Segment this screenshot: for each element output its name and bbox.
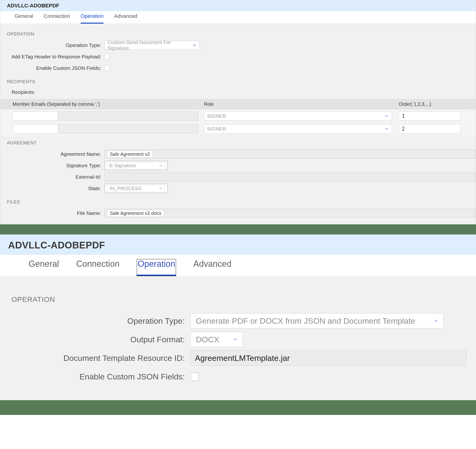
separator-bar bbox=[0, 224, 476, 234]
col-role: Role bbox=[200, 102, 395, 107]
role-select[interactable]: SIGNER bbox=[204, 111, 392, 121]
enable-json-label: Enable Custom JSON Fields: bbox=[0, 372, 190, 381]
col-order: Order( 1,2,3,...) bbox=[395, 102, 476, 107]
external-id-field[interactable] bbox=[104, 173, 476, 182]
tab-connection[interactable]: Connection bbox=[44, 13, 70, 23]
col-emails: Member Emails (Separated by comma ',') bbox=[0, 102, 200, 107]
operation-type-select[interactable]: Generate PDF or DOCX from JSON and Docum… bbox=[190, 313, 444, 328]
panel-title: ADVLLC-ADOBEPDF bbox=[0, 235, 476, 255]
tab-connection[interactable]: Connection bbox=[76, 259, 119, 276]
section-operation-label: OPERATION bbox=[0, 29, 476, 40]
output-format-value: DOCX bbox=[196, 335, 219, 344]
recipients-sub-label: Recipients: bbox=[0, 87, 476, 98]
signature-type-label: Signature Type: bbox=[0, 163, 104, 168]
tab-bar: General Connection Operation Advanced bbox=[0, 11, 476, 24]
separator-bar bbox=[0, 400, 476, 415]
enable-json-label: Enable Custom JSON Fields: bbox=[0, 65, 104, 71]
template-id-value: AgreementLMTemplate.jar bbox=[195, 353, 290, 363]
agreement-name-chip: Sale Agreement v2 bbox=[107, 151, 153, 158]
output-format-select[interactable]: DOCX bbox=[190, 332, 243, 347]
section-agreement-label: AGREEMENT bbox=[0, 135, 476, 148]
chevron-down-icon bbox=[385, 114, 389, 118]
panel-body: OPERATION Operation Type: Generate PDF o… bbox=[0, 276, 476, 400]
panel-signature-config: ADVLLC-ADOBEPDF General Connection Opera… bbox=[0, 0, 476, 224]
chevron-down-icon bbox=[192, 43, 197, 47]
order-input[interactable] bbox=[399, 124, 460, 133]
file-name-field[interactable]: Sale Agreement v2.docx bbox=[104, 209, 476, 218]
external-id-label: External-Id: bbox=[0, 174, 104, 180]
panel-title: ADVLLC-ADOBEPDF bbox=[0, 0, 476, 11]
role-value: SIGNER bbox=[207, 126, 226, 132]
operation-type-value: Custom Send Document For Signature bbox=[108, 40, 192, 51]
role-value: SIGNER bbox=[207, 113, 226, 119]
member-email-input[interactable] bbox=[13, 111, 198, 121]
tab-general[interactable]: General bbox=[15, 13, 33, 23]
chevron-down-icon bbox=[233, 336, 237, 343]
tab-general[interactable]: General bbox=[28, 259, 59, 276]
role-select[interactable]: SIGNER bbox=[204, 124, 392, 133]
member-email-input[interactable] bbox=[13, 124, 198, 133]
panel-generate-config: ADVLLC-ADOBEPDF General Connection Opera… bbox=[0, 234, 476, 400]
signature-type-value: E-Signature bbox=[109, 163, 136, 168]
enable-json-checkbox[interactable] bbox=[104, 65, 110, 71]
chevron-down-icon bbox=[159, 186, 163, 190]
order-input[interactable] bbox=[399, 111, 460, 121]
table-row: SIGNER bbox=[0, 109, 476, 122]
tab-operation[interactable]: Operation bbox=[137, 259, 176, 276]
recipients-table: Member Emails (Separated by comma ',') R… bbox=[0, 99, 476, 135]
agreement-name-label: Agreement Name: bbox=[0, 151, 104, 157]
template-id-label: Document Template Resource ID: bbox=[0, 353, 190, 363]
operation-type-label: Operation Type: bbox=[0, 42, 104, 48]
file-name-chip: Sale Agreement v2.docx bbox=[107, 210, 164, 217]
recipients-table-header: Member Emails (Separated by comma ',') R… bbox=[0, 99, 476, 109]
operation-type-value: Generate PDF or DOCX from JSON and Docum… bbox=[196, 316, 415, 326]
signature-type-select[interactable]: E-Signature bbox=[104, 161, 168, 170]
chevron-down-icon bbox=[434, 317, 438, 324]
enable-json-checkbox[interactable] bbox=[190, 372, 199, 381]
operation-type-select[interactable]: Custom Send Document For Signature bbox=[104, 41, 200, 50]
tab-advanced[interactable]: Advanced bbox=[114, 13, 137, 23]
chevron-down-icon bbox=[159, 163, 163, 168]
panel-body: OPERATION Operation Type: Custom Send Do… bbox=[0, 24, 476, 224]
output-format-label: Output Format: bbox=[0, 335, 190, 344]
state-label: State: bbox=[0, 185, 104, 191]
operation-type-label: Operation Type: bbox=[0, 316, 190, 326]
chevron-down-icon bbox=[385, 127, 389, 131]
agreement-name-field[interactable]: Sale Agreement v2 bbox=[104, 150, 476, 159]
section-operation-label: OPERATION bbox=[0, 288, 476, 311]
etag-label: Add ETag Header to Response Payload: bbox=[0, 54, 104, 60]
file-name-label: File Name: bbox=[0, 210, 104, 216]
table-row: SIGNER bbox=[0, 122, 476, 135]
section-recipients-label: RECIPIENTS bbox=[0, 74, 476, 87]
state-select[interactable]: IN_PROCESS bbox=[104, 184, 168, 193]
template-id-field[interactable]: AgreementLMTemplate.jar bbox=[190, 350, 466, 366]
tab-bar: General Connection Operation Advanced bbox=[0, 255, 476, 276]
etag-checkbox[interactable] bbox=[104, 54, 110, 59]
tab-advanced[interactable]: Advanced bbox=[193, 259, 231, 276]
section-files-label: FILES bbox=[0, 194, 476, 207]
state-value: IN_PROCESS bbox=[109, 185, 142, 191]
tab-operation[interactable]: Operation bbox=[81, 13, 104, 23]
